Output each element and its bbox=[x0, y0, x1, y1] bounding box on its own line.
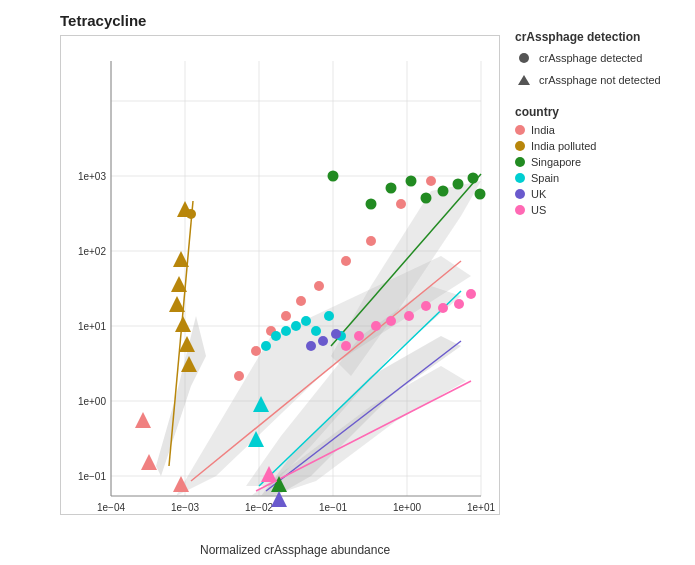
legend-panel: crAssphage detection crAssphage detected… bbox=[515, 30, 690, 220]
svg-text:1e−01: 1e−01 bbox=[319, 502, 348, 513]
chart-title: Tetracycline bbox=[60, 12, 146, 29]
legend-india: India bbox=[515, 124, 690, 136]
data-point bbox=[173, 251, 189, 267]
data-point bbox=[426, 176, 436, 186]
data-point bbox=[421, 193, 432, 204]
chart-area: 1e−04 1e−03 1e−02 1e−01 1e+00 1e+01 1e−0… bbox=[60, 35, 500, 515]
data-point bbox=[341, 256, 351, 266]
legend-singapore-label: Singapore bbox=[531, 156, 581, 168]
svg-text:1e+01: 1e+01 bbox=[467, 502, 496, 513]
data-point bbox=[404, 311, 414, 321]
data-point bbox=[311, 326, 321, 336]
singapore-color-dot bbox=[515, 157, 525, 167]
data-point bbox=[328, 171, 339, 182]
uk-color-dot bbox=[515, 189, 525, 199]
country-legend-title: country bbox=[515, 105, 690, 119]
data-point bbox=[406, 176, 417, 187]
data-point bbox=[234, 371, 244, 381]
legend-india-polluted-label: India polluted bbox=[531, 140, 596, 152]
data-point bbox=[453, 179, 464, 190]
india-polluted-color-dot bbox=[515, 141, 525, 151]
data-point bbox=[301, 316, 311, 326]
data-point bbox=[281, 311, 291, 321]
legend-india-polluted: India polluted bbox=[515, 140, 690, 152]
data-point bbox=[251, 346, 261, 356]
data-point bbox=[366, 236, 376, 246]
data-point bbox=[324, 311, 334, 321]
data-point bbox=[366, 199, 377, 210]
svg-text:1e+00: 1e+00 bbox=[393, 502, 422, 513]
svg-text:1e−03: 1e−03 bbox=[171, 502, 200, 513]
data-point bbox=[171, 276, 187, 292]
data-point bbox=[475, 189, 486, 200]
legend-singapore: Singapore bbox=[515, 156, 690, 168]
svg-text:1e+00: 1e+00 bbox=[78, 396, 107, 407]
spain-color-dot bbox=[515, 173, 525, 183]
legend-india-label: India bbox=[531, 124, 555, 136]
data-point bbox=[386, 316, 396, 326]
india-color-dot bbox=[515, 125, 525, 135]
svg-text:1e+03: 1e+03 bbox=[78, 171, 107, 182]
svg-text:1e+01: 1e+01 bbox=[78, 321, 107, 332]
data-point bbox=[421, 301, 431, 311]
legend-item-not-detected: crAssphage not detected bbox=[515, 71, 690, 89]
data-point bbox=[396, 199, 406, 209]
legend-item-detected: crAssphage detected bbox=[515, 49, 690, 67]
data-point bbox=[169, 296, 185, 312]
data-point bbox=[331, 329, 341, 339]
svg-text:1e+02: 1e+02 bbox=[78, 246, 107, 257]
data-point bbox=[291, 321, 301, 331]
legend-not-detected-label: crAssphage not detected bbox=[539, 74, 661, 86]
data-point bbox=[454, 299, 464, 309]
data-point bbox=[175, 316, 191, 332]
legend-uk-label: UK bbox=[531, 188, 546, 200]
data-point bbox=[371, 321, 381, 331]
svg-text:1e−04: 1e−04 bbox=[97, 502, 126, 513]
scatter-plot: 1e−04 1e−03 1e−02 1e−01 1e+00 1e+01 1e−0… bbox=[61, 36, 501, 516]
data-point bbox=[306, 341, 316, 351]
legend-spain: Spain bbox=[515, 172, 690, 184]
data-point bbox=[318, 336, 328, 346]
us-color-dot bbox=[515, 205, 525, 215]
data-point bbox=[354, 331, 364, 341]
data-point bbox=[438, 303, 448, 313]
data-point bbox=[314, 281, 324, 291]
detection-legend-title: crAssphage detection bbox=[515, 30, 690, 44]
svg-line-31 bbox=[169, 201, 193, 466]
data-point bbox=[135, 412, 151, 428]
data-point bbox=[438, 186, 449, 197]
legend-detected-label: crAssphage detected bbox=[539, 52, 642, 64]
circle-symbol bbox=[515, 49, 533, 67]
svg-text:1e−01: 1e−01 bbox=[78, 471, 107, 482]
data-point bbox=[261, 341, 271, 351]
chart-container: Tetracycline Normalized ARG abundance bbox=[0, 0, 695, 565]
data-point bbox=[281, 326, 291, 336]
x-axis-label: Normalized crAssphage abundance bbox=[200, 543, 390, 557]
legend-us-label: US bbox=[531, 204, 546, 216]
data-point bbox=[186, 209, 196, 219]
triangle-symbol bbox=[515, 71, 533, 89]
svg-text:1e−02: 1e−02 bbox=[245, 502, 274, 513]
data-point bbox=[271, 331, 281, 341]
data-point bbox=[341, 341, 351, 351]
legend-us: US bbox=[515, 204, 690, 216]
data-point bbox=[296, 296, 306, 306]
legend-spain-label: Spain bbox=[531, 172, 559, 184]
data-point bbox=[386, 183, 397, 194]
data-point bbox=[466, 289, 476, 299]
data-point bbox=[141, 454, 157, 470]
data-point bbox=[468, 173, 479, 184]
legend-uk: UK bbox=[515, 188, 690, 200]
